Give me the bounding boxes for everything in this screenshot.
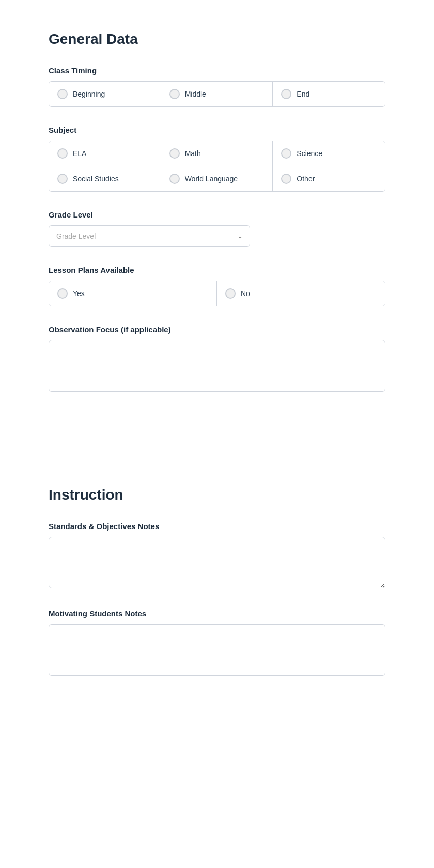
timing-option-beginning[interactable]: Beginning xyxy=(49,82,161,106)
subject-option-science[interactable]: Science xyxy=(273,141,385,166)
motivating-notes-label: Motivating Students Notes xyxy=(49,609,385,618)
observation-focus-group: Observation Focus (if applicable) xyxy=(49,325,385,394)
timing-label-beginning: Beginning xyxy=(73,90,105,98)
lesson-plans-option-no[interactable]: No xyxy=(217,281,385,306)
lesson-plans-option-yes[interactable]: Yes xyxy=(49,281,217,306)
grade-level-group: Grade Level Grade Level K 1 2 3 4 5 6 7 … xyxy=(49,210,385,247)
subject-label-science: Science xyxy=(297,149,322,158)
subject-group: Subject ELA Math Science Social Studies xyxy=(49,126,385,192)
subject-label-social-studies: Social Studies xyxy=(73,175,119,183)
grade-level-label: Grade Level xyxy=(49,210,385,219)
motivating-notes-group: Motivating Students Notes xyxy=(49,609,385,678)
observation-focus-label: Observation Focus (if applicable) xyxy=(49,325,385,334)
general-data-title: General Data xyxy=(49,31,385,48)
lesson-plans-label: Lesson Plans Available xyxy=(49,266,385,274)
observation-focus-textarea[interactable] xyxy=(49,340,385,392)
radio-circle-other xyxy=(281,174,291,184)
subject-option-other[interactable]: Other xyxy=(273,166,385,191)
subject-option-social-studies[interactable]: Social Studies xyxy=(49,166,161,191)
radio-circle-yes xyxy=(57,288,68,299)
standards-notes-label: Standards & Objectives Notes xyxy=(49,522,385,531)
subject-option-ela[interactable]: ELA xyxy=(49,141,161,166)
instruction-section: Instruction Standards & Objectives Notes… xyxy=(49,487,385,678)
lesson-plans-group: Lesson Plans Available Yes No xyxy=(49,266,385,306)
subject-option-world-language[interactable]: World Language xyxy=(161,166,273,191)
class-timing-label: Class Timing xyxy=(49,66,385,75)
lesson-plans-label-no: No xyxy=(241,289,250,298)
motivating-notes-textarea[interactable] xyxy=(49,624,385,676)
standards-notes-group: Standards & Objectives Notes xyxy=(49,522,385,591)
radio-circle-math xyxy=(169,148,180,159)
timing-option-end[interactable]: End xyxy=(273,82,385,106)
lesson-plans-options: Yes No xyxy=(49,281,385,306)
timing-label-end: End xyxy=(297,90,309,98)
page-container: General Data Class Timing Beginning Midd… xyxy=(0,0,434,740)
radio-circle-end xyxy=(281,89,291,99)
section-spacer xyxy=(49,425,385,487)
grade-level-select-wrapper: Grade Level K 1 2 3 4 5 6 7 8 9 10 11 12… xyxy=(49,225,250,247)
standards-notes-textarea[interactable] xyxy=(49,537,385,588)
radio-circle-no xyxy=(225,288,236,299)
radio-circle-social-studies xyxy=(57,174,68,184)
timing-option-middle[interactable]: Middle xyxy=(161,82,273,106)
radio-circle-beginning xyxy=(57,89,68,99)
timing-label-middle: Middle xyxy=(185,90,206,98)
class-timing-group: Class Timing Beginning Middle End xyxy=(49,66,385,107)
radio-circle-science xyxy=(281,148,291,159)
subject-label-ela: ELA xyxy=(73,149,86,158)
radio-circle-ela xyxy=(57,148,68,159)
subject-options: ELA Math Science Social Studies World La… xyxy=(49,141,385,192)
lesson-plans-label-yes: Yes xyxy=(73,289,85,298)
radio-circle-middle xyxy=(169,89,180,99)
radio-circle-world-language xyxy=(169,174,180,184)
subject-label-world-language: World Language xyxy=(185,175,238,183)
class-timing-options: Beginning Middle End xyxy=(49,81,385,107)
subject-label-math: Math xyxy=(185,149,201,158)
subject-option-math[interactable]: Math xyxy=(161,141,273,166)
general-data-section: General Data Class Timing Beginning Midd… xyxy=(49,31,385,394)
subject-label: Subject xyxy=(49,126,385,134)
subject-label-other: Other xyxy=(297,175,315,183)
grade-level-select[interactable]: Grade Level K 1 2 3 4 5 6 7 8 9 10 11 12 xyxy=(49,225,250,247)
instruction-title: Instruction xyxy=(49,487,385,503)
